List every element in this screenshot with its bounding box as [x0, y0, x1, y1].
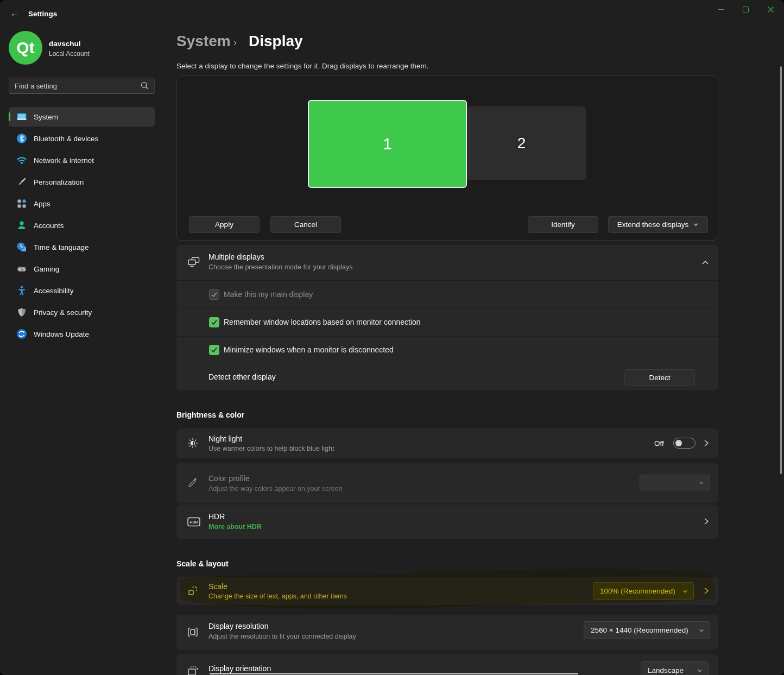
page-title: Display — [249, 33, 303, 50]
scale-subtitle: Change the size of text, apps, and other… — [208, 592, 347, 600]
display-resolution-title: Display resolution — [208, 622, 269, 630]
night-light-state: Off — [654, 439, 664, 447]
minimize-windows-label: Minimize windows when a monitor is disco… — [224, 345, 394, 354]
scale-dropdown[interactable]: 100% (Recommended) — [593, 582, 694, 600]
sidebar-item-windows-update[interactable]: Windows Update — [9, 324, 155, 344]
chevron-down-icon — [697, 668, 703, 673]
identify-button[interactable]: Identify — [528, 216, 598, 233]
sidebar-item-personalization[interactable]: Personalization — [9, 172, 155, 192]
monitor-2[interactable]: 2 — [457, 106, 586, 180]
monitor-1-number: 1 — [383, 135, 392, 153]
user-name: davschul — [49, 40, 81, 48]
display-resolution-dropdown[interactable]: 2560 × 1440 (Recommended) — [584, 621, 710, 639]
detect-button-label: Detect — [649, 374, 670, 382]
night-light-title: Night light — [208, 434, 242, 443]
avatar-initials: Qt — [16, 39, 34, 57]
maximize-button[interactable] — [733, 0, 758, 18]
monitor-1[interactable]: 1 — [308, 100, 467, 188]
remember-windows-label: Remember window locations based on monit… — [224, 318, 421, 326]
display-orientation-dropdown[interactable]: Landscape — [641, 661, 709, 675]
extend-label: Extend these displays — [617, 220, 688, 229]
scale-title: Scale — [208, 582, 227, 591]
search-input[interactable] — [9, 78, 155, 94]
network-icon — [16, 155, 27, 166]
night-light-row[interactable]: Night light Use warmer colors to help bl… — [176, 428, 718, 458]
sidebar-item-label: Apps — [34, 200, 50, 208]
minimize-windows-row: Minimize windows when a monitor is disco… — [176, 337, 718, 364]
checkmark-icon — [211, 291, 218, 298]
search-icon[interactable] — [141, 81, 149, 90]
display-arrangement-panel: 2 1 Apply Cancel Identify Extend these d… — [176, 75, 718, 241]
sidebar-item-label: Accounts — [34, 222, 64, 230]
sidebar-item-label: Gaming — [34, 265, 59, 273]
chevron-up-icon[interactable] — [701, 259, 709, 267]
sidebar-item-bluetooth[interactable]: Bluetooth & devices — [9, 129, 155, 148]
night-light-icon — [187, 438, 198, 449]
sidebar-item-label: Bluetooth & devices — [34, 135, 98, 143]
chevron-down-icon — [699, 480, 704, 485]
minimize-windows-checkbox[interactable] — [209, 345, 219, 355]
scale-icon — [187, 585, 198, 596]
remember-windows-checkbox[interactable] — [209, 317, 219, 327]
sidebar-item-time-language[interactable]: Time & language — [9, 237, 155, 257]
hdr-title: HDR — [208, 512, 225, 521]
hdr-row[interactable]: HDR HDR More about HDR — [176, 504, 718, 539]
extend-displays-dropdown[interactable]: Extend these displays — [608, 216, 708, 233]
display-resolution-row: Display resolution Adjust the resolution… — [176, 615, 718, 650]
color-profile-dropdown[interactable] — [640, 475, 710, 490]
toggle-knob — [675, 440, 682, 446]
color-profile-icon — [187, 477, 198, 488]
page-description: Select a display to change the settings … — [176, 62, 429, 70]
avatar[interactable]: Qt — [9, 31, 42, 65]
scale-value: 100% (Recommended) — [600, 587, 675, 595]
main-display-checkbox[interactable] — [209, 289, 219, 300]
horizontal-scrollbar[interactable] — [210, 673, 578, 674]
breadcrumb-parent[interactable]: System — [176, 33, 231, 50]
sidebar-item-label: System — [34, 113, 58, 121]
minimize-button[interactable] — [708, 0, 733, 18]
time-language-icon — [16, 242, 27, 253]
checkmark-icon — [211, 346, 218, 354]
detect-display-row: Detect other display Detect — [176, 364, 718, 390]
sidebar-item-accounts[interactable]: Accounts — [9, 216, 155, 235]
detect-button[interactable]: Detect — [624, 369, 695, 386]
svg-text:HDR: HDR — [189, 520, 198, 524]
hdr-more-link[interactable]: More about HDR — [208, 523, 262, 531]
apply-button[interactable]: Apply — [189, 216, 260, 233]
sidebar-item-accessibility[interactable]: Accessibility — [9, 281, 155, 300]
minimize-icon — [718, 9, 724, 10]
scale-row[interactable]: Scale Change the size of text, apps, and… — [176, 577, 718, 605]
chevron-right-icon — [703, 439, 710, 447]
cancel-button[interactable]: Cancel — [270, 216, 341, 233]
settings-window: ← Settings Qt davschul Local Account Sys… — [0, 0, 784, 675]
night-light-toggle[interactable] — [673, 438, 696, 449]
brightness-color-section-title: Brightness & color — [176, 411, 244, 419]
multiple-displays-subtitle: Choose the presentation mode for your di… — [208, 263, 352, 271]
display-orientation-icon — [187, 665, 199, 675]
display-orientation-value: Landscape — [648, 666, 684, 674]
checkmark-icon — [211, 319, 218, 326]
color-profile-row: Color profile Adjust the way colors appe… — [176, 463, 718, 503]
remember-windows-row: Remember window locations based on monit… — [176, 309, 718, 336]
chevron-right-icon — [703, 587, 710, 595]
back-button[interactable]: ← — [8, 7, 22, 20]
display-orientation-title: Display orientation — [208, 664, 271, 673]
night-light-subtitle: Use warmer colors to help block blue lig… — [208, 445, 334, 452]
sidebar-item-label: Network & internet — [34, 156, 94, 165]
vertical-scrollbar[interactable] — [780, 66, 782, 474]
bluetooth-icon — [16, 133, 27, 144]
hdr-icon: HDR — [187, 517, 200, 527]
sidebar-item-apps[interactable]: Apps — [9, 194, 155, 213]
multiple-displays-icon — [187, 256, 200, 268]
main-display-row: Make this my main display — [176, 281, 718, 308]
sidebar-item-label: Privacy & security — [34, 308, 92, 317]
multiple-displays-header-row[interactable]: Multiple displays Choose the presentatio… — [176, 245, 718, 280]
sidebar-item-gaming[interactable]: Gaming — [9, 259, 155, 279]
sidebar-item-privacy[interactable]: Privacy & security — [9, 302, 155, 322]
main-display-label: Make this my main display — [224, 290, 313, 299]
sidebar-item-network[interactable]: Network & internet — [9, 150, 155, 170]
system-icon — [16, 111, 27, 122]
sidebar-item-system[interactable]: System — [9, 107, 155, 127]
close-button[interactable] — [758, 0, 783, 18]
detect-display-label: Detect other display — [208, 373, 276, 381]
